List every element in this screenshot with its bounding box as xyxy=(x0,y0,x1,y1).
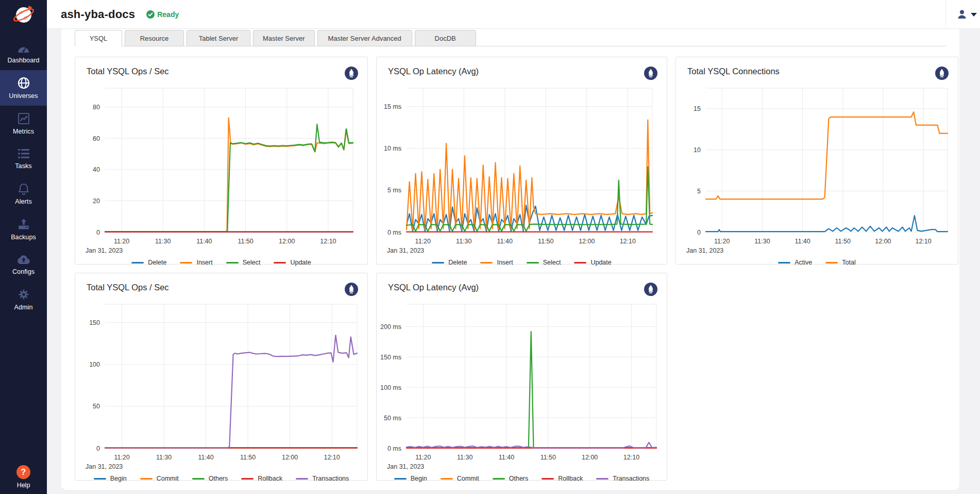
globe-rocket-icon xyxy=(12,3,36,26)
svg-text:11:40: 11:40 xyxy=(497,238,513,245)
svg-text:12:00: 12:00 xyxy=(279,238,295,245)
chart-title: YSQL Op Latency (Avg) xyxy=(388,67,479,76)
sidebar-item-alerts[interactable]: Alerts xyxy=(0,176,47,211)
legend-item-select[interactable]: Select xyxy=(527,259,561,266)
chart-canvas[interactable]: 02040608011:2011:3011:4011:5012:0012:10J… xyxy=(75,82,367,259)
svg-text:11:50: 11:50 xyxy=(238,238,253,245)
legend-swatch xyxy=(432,262,444,264)
svg-text:12:00: 12:00 xyxy=(875,238,891,245)
svg-text:12:10: 12:10 xyxy=(620,238,636,245)
sidebar-item-label: Metrics xyxy=(13,128,34,135)
sidebar-item-admin[interactable]: Admin xyxy=(0,282,47,317)
question-mark-icon: ? xyxy=(16,465,30,479)
legend-item-transactions[interactable]: Transactions xyxy=(596,475,649,482)
svg-text:5 ms: 5 ms xyxy=(387,187,401,194)
legend-swatch xyxy=(131,262,144,264)
sidebar-item-tasks[interactable]: Tasks xyxy=(0,141,47,176)
legend-item-insert[interactable]: Insert xyxy=(180,259,212,266)
legend-swatch xyxy=(192,478,205,480)
sidebar-item-label: Help xyxy=(17,482,30,489)
sidebar: Dashboard Universes Metrics xyxy=(0,0,47,494)
universe-title: ash-yba-docs xyxy=(61,8,135,21)
status-text: Ready xyxy=(157,10,179,19)
svg-text:11:40: 11:40 xyxy=(196,238,212,245)
svg-text:0: 0 xyxy=(96,445,100,452)
prometheus-icon[interactable] xyxy=(345,283,358,298)
svg-text:15: 15 xyxy=(694,105,701,112)
chart-card-total-ysql-ops-transactions: Total YSQL Ops / Sec 05010015011:2011:30… xyxy=(75,273,368,481)
svg-text:12:10: 12:10 xyxy=(324,454,340,461)
status-badge: Ready xyxy=(146,10,179,19)
chart-title: Total YSQL Ops / Sec xyxy=(87,67,169,76)
legend-swatch xyxy=(574,262,586,264)
chart-legend: ActiveTotal xyxy=(676,259,958,274)
chart-card-ysql-op-latency-transactions: YSQL Op Latency (Avg) 0 ms50 ms100 ms150… xyxy=(376,273,667,481)
tab-resource[interactable]: Resource xyxy=(125,30,184,46)
legend-item-commit[interactable]: Commit xyxy=(140,475,179,482)
line-chart-icon xyxy=(18,112,30,125)
cloud-upload-icon xyxy=(17,254,30,265)
legend-item-rollback[interactable]: Rollback xyxy=(241,475,282,482)
legend-item-update[interactable]: Update xyxy=(574,259,611,266)
legend-item-delete[interactable]: Delete xyxy=(432,259,467,266)
svg-text:100 ms: 100 ms xyxy=(380,384,401,391)
legend-item-begin[interactable]: Begin xyxy=(394,475,427,482)
sidebar-item-metrics[interactable]: Metrics xyxy=(0,106,47,141)
legend-item-update[interactable]: Update xyxy=(274,259,311,266)
prometheus-icon[interactable] xyxy=(935,67,949,82)
legend-item-others[interactable]: Others xyxy=(493,475,529,482)
metrics-panel: YSQL Resource Tablet Server Master Serve… xyxy=(61,29,959,490)
sidebar-item-universes[interactable]: Universes xyxy=(0,70,47,106)
chart-card-ysql-op-latency: YSQL Op Latency (Avg) 0 ms5 ms10 ms15 ms… xyxy=(376,57,667,265)
svg-text:10: 10 xyxy=(694,146,701,154)
upload-tray-icon xyxy=(18,218,30,230)
tab-master-server[interactable]: Master Server xyxy=(253,30,315,46)
legend-item-others[interactable]: Others xyxy=(192,475,228,482)
tab-docdb[interactable]: DocDB xyxy=(415,30,476,46)
legend-swatch xyxy=(94,478,106,480)
chart-card-total-ysql-ops: Total YSQL Ops / Sec 02040608011:2011:30… xyxy=(75,57,368,265)
chart-canvas[interactable]: 05010015011:2011:3011:4011:5012:0012:10J… xyxy=(75,298,367,475)
legend-item-begin[interactable]: Begin xyxy=(94,475,127,482)
legend-swatch xyxy=(274,262,286,264)
user-menu[interactable] xyxy=(945,0,980,28)
legend-swatch xyxy=(493,478,505,480)
tab-master-server-advanced[interactable]: Master Server Advanced xyxy=(317,30,412,46)
prometheus-icon[interactable] xyxy=(345,67,358,82)
legend-item-total[interactable]: Total xyxy=(825,259,855,266)
app-root: Dashboard Universes Metrics xyxy=(0,0,980,494)
svg-text:0: 0 xyxy=(697,229,701,236)
legend-item-transactions[interactable]: Transactions xyxy=(296,475,349,482)
legend-item-delete[interactable]: Delete xyxy=(131,259,166,266)
chart-canvas[interactable]: 0 ms50 ms100 ms150 ms200 ms11:2011:3011:… xyxy=(377,298,667,475)
chart-card-total-ysql-connections: Total YSQL Connections 05101511:2011:301… xyxy=(675,57,958,265)
chart-canvas[interactable]: 05101511:2011:3011:4011:5012:0012:10Jan … xyxy=(676,82,958,259)
legend-item-insert[interactable]: Insert xyxy=(480,259,513,266)
sidebar-item-label: Configs xyxy=(12,268,35,275)
sidebar-item-label: Alerts xyxy=(15,198,32,205)
prometheus-icon[interactable] xyxy=(644,283,657,298)
svg-text:Jan 31, 2023: Jan 31, 2023 xyxy=(686,247,723,254)
svg-text:Jan 31, 2023: Jan 31, 2023 xyxy=(387,463,424,470)
chart-title: YSQL Op Latency (Avg) xyxy=(388,283,479,292)
tab-tablet-server[interactable]: Tablet Server xyxy=(187,30,250,46)
sidebar-item-dashboard[interactable]: Dashboard xyxy=(0,36,47,70)
content: YSQL Resource Tablet Server Master Serve… xyxy=(47,29,980,494)
yugabyte-logo[interactable] xyxy=(0,0,47,29)
svg-text:200 ms: 200 ms xyxy=(380,323,401,331)
legend-item-select[interactable]: Select xyxy=(226,259,261,266)
sidebar-item-help[interactable]: ? Help xyxy=(0,465,47,489)
sidebar-item-configs[interactable]: Configs xyxy=(0,247,47,282)
svg-text:11:40: 11:40 xyxy=(499,454,514,461)
tab-ysql[interactable]: YSQL xyxy=(75,30,122,46)
legend-item-rollback[interactable]: Rollback xyxy=(542,475,583,482)
legend-swatch xyxy=(140,478,153,480)
svg-text:11:20: 11:20 xyxy=(114,454,129,461)
prometheus-icon[interactable] xyxy=(644,67,657,82)
legend-item-active[interactable]: Active xyxy=(778,259,812,266)
legend-item-commit[interactable]: Commit xyxy=(441,475,479,482)
chart-canvas[interactable]: 0 ms5 ms10 ms15 ms11:2011:3011:4011:5012… xyxy=(377,82,667,259)
sidebar-footer: ? Help xyxy=(0,465,47,494)
charts-grid: Total YSQL Ops / Sec 02040608011:2011:30… xyxy=(75,46,946,481)
sidebar-item-backups[interactable]: Backups xyxy=(0,211,47,247)
